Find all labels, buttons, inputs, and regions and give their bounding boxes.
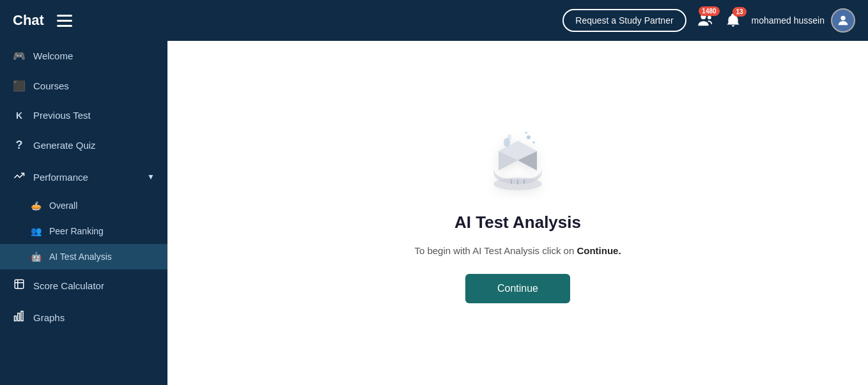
svg-point-17: [508, 134, 511, 140]
hamburger-menu[interactable]: [57, 15, 72, 27]
graphs-icon: [13, 310, 26, 324]
peer-ranking-icon: 👥: [31, 226, 42, 236]
sidebar: 🎮 Welcome ⬛ Courses K Previous Test ? Ge…: [0, 41, 167, 385]
performance-chevron: ▼: [147, 172, 155, 181]
sidebar-item-courses[interactable]: ⬛ Courses: [0, 71, 167, 101]
page-title: AI Test Analysis: [454, 213, 581, 232]
sidebar-label-peer-ranking: Peer Ranking: [49, 226, 104, 236]
svg-rect-8: [21, 312, 23, 321]
user-info: mohamed hussein: [752, 8, 855, 33]
avatar[interactable]: [831, 8, 855, 33]
header: Chat Request a Study Partner 1480 13 moh…: [0, 0, 868, 41]
ai-test-analysis-icon: 🤖: [31, 252, 42, 262]
svg-point-15: [525, 132, 527, 134]
description-prefix: To begin with AI Test Analysis click on: [414, 245, 577, 256]
username-label: mohamed hussein: [752, 15, 825, 26]
sidebar-label-generate-quiz: Generate Quiz: [33, 140, 96, 151]
sidebar-label-overall: Overall: [49, 200, 77, 211]
study-partner-button[interactable]: Request a Study Partner: [562, 9, 686, 32]
generate-quiz-icon: ?: [13, 139, 26, 152]
sidebar-item-performance[interactable]: Performance ▼: [0, 161, 167, 193]
sidebar-label-performance: Performance: [33, 172, 88, 183]
main-layout: 🎮 Welcome ⬛ Courses K Previous Test ? Ge…: [0, 41, 868, 385]
cube-illustration: [476, 123, 559, 200]
previous-test-icon: K: [13, 110, 26, 121]
sidebar-label-previous-test: Previous Test: [33, 110, 91, 121]
page-description: To begin with AI Test Analysis click on …: [414, 245, 621, 256]
sidebar-item-overall[interactable]: 🥧 Overall: [0, 193, 167, 218]
ai-illustration: [476, 123, 559, 200]
courses-icon: ⬛: [13, 80, 26, 92]
svg-point-2: [841, 16, 845, 20]
sidebar-label-graphs: Graphs: [33, 312, 65, 323]
ai-analysis-panel: AI Test Analysis To begin with AI Test A…: [414, 123, 621, 303]
sidebar-label-ai-test-analysis: AI Test Analysis: [49, 252, 112, 262]
sidebar-item-ai-test-analysis[interactable]: 🤖 AI Test Analysis: [0, 244, 167, 269]
bell-badge: 13: [732, 7, 746, 17]
sidebar-label-score-calculator: Score Calculator: [33, 280, 104, 291]
svg-point-13: [527, 135, 531, 139]
sidebar-item-previous-test[interactable]: K Previous Test: [0, 101, 167, 130]
description-cta: Continue.: [577, 245, 621, 256]
sidebar-label-courses: Courses: [33, 80, 69, 91]
header-left: Chat: [13, 12, 72, 29]
sidebar-item-generate-quiz[interactable]: ? Generate Quiz: [0, 130, 167, 161]
main-content: AI Test Analysis To begin with AI Test A…: [167, 41, 868, 385]
users-badge: 1480: [699, 6, 719, 16]
svg-rect-7: [18, 313, 20, 321]
performance-icon: [13, 170, 26, 184]
users-icon-button[interactable]: 1480: [697, 11, 715, 29]
score-calculator-icon: [13, 278, 26, 292]
sidebar-item-score-calculator[interactable]: Score Calculator: [0, 269, 167, 301]
svg-point-1: [708, 15, 711, 19]
continue-button[interactable]: Continue: [465, 274, 570, 303]
sidebar-label-welcome: Welcome: [33, 50, 73, 61]
bell-icon-button[interactable]: 13: [725, 12, 741, 29]
header-right: Request a Study Partner 1480 13 mohamed …: [562, 8, 855, 33]
svg-point-14: [532, 141, 535, 144]
sidebar-item-welcome[interactable]: 🎮 Welcome: [0, 41, 167, 71]
svg-rect-6: [15, 316, 17, 321]
overall-icon: 🥧: [31, 200, 42, 211]
svg-rect-3: [15, 280, 24, 289]
app-title: Chat: [13, 12, 44, 29]
sidebar-item-peer-ranking[interactable]: 👥 Peer Ranking: [0, 218, 167, 244]
welcome-icon: 🎮: [13, 50, 26, 62]
sidebar-item-graphs[interactable]: Graphs: [0, 301, 167, 333]
